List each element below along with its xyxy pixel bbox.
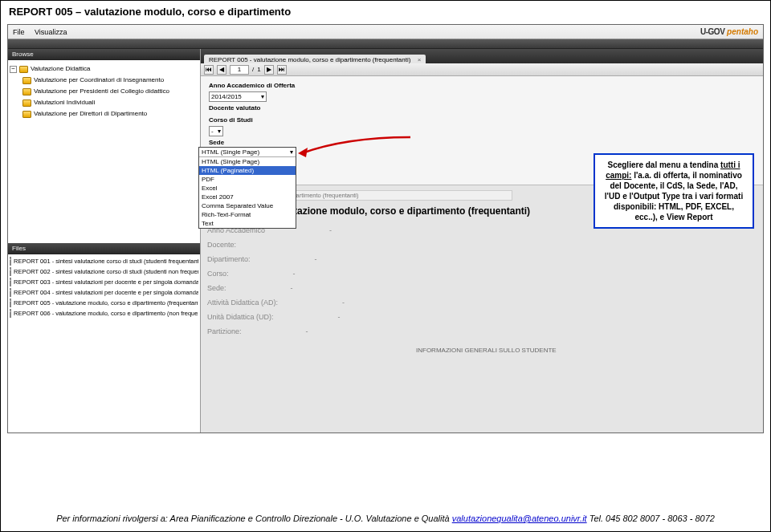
dropdown-option[interactable]: PDF bbox=[199, 175, 296, 184]
collapse-icon[interactable]: − bbox=[10, 66, 17, 73]
footer-note: Per informazioni rivolgersi a: Area Pian… bbox=[1, 514, 770, 523]
folder-icon bbox=[19, 66, 28, 73]
file-label: REPORT 006 - valutazione modulo, corso e… bbox=[14, 308, 198, 319]
file-label: REPORT 005 - valutazione modulo, corso e… bbox=[14, 298, 198, 308]
files-panel: Files REPORT 001 - sintesi valutazione c… bbox=[8, 243, 200, 433]
file-icon bbox=[10, 278, 11, 286]
chevron-down-icon: ▾ bbox=[261, 91, 264, 103]
file-icon bbox=[10, 298, 11, 307]
menu-file[interactable]: File bbox=[13, 28, 25, 36]
page-total: 1 bbox=[257, 66, 260, 73]
file-item[interactable]: REPORT 006 - valutazione modulo, corso e… bbox=[10, 308, 198, 319]
last-page-button[interactable]: ⏭ bbox=[277, 65, 287, 75]
file-item[interactable]: REPORT 001 - sintesi valutazione corso d… bbox=[10, 256, 198, 266]
footer-email-link[interactable]: valutazionequalita@ateneo.univr.it bbox=[452, 514, 587, 523]
param-anno-label: Anno Accademico di Offerta bbox=[209, 80, 755, 91]
folder-icon bbox=[22, 88, 31, 95]
param-docente-label: Docente valutato bbox=[209, 103, 755, 114]
browse-tree: − Valutazione Didattica Valutazione per … bbox=[8, 60, 200, 123]
file-label: REPORT 002 - sintesi valutazione corso d… bbox=[14, 266, 198, 277]
file-icon bbox=[10, 288, 11, 297]
report-toolbar: ⏮ ◀ / 1 ▶ ⏭ bbox=[201, 63, 763, 76]
files-list: REPORT 001 - sintesi valutazione corso d… bbox=[8, 254, 200, 320]
folder-icon bbox=[22, 99, 31, 107]
file-label: REPORT 004 - sintesi valutazioni per doc… bbox=[14, 287, 198, 298]
dropdown-option[interactable]: Rich-Text-Format bbox=[199, 210, 296, 219]
dropdown-option[interactable]: Text bbox=[199, 219, 296, 228]
prev-page-button[interactable]: ◀ bbox=[217, 65, 226, 75]
file-label: REPORT 001 - sintesi valutazione corso d… bbox=[14, 256, 198, 266]
page-title: REPORT 005 – valutazione modulo, corso e… bbox=[1, 1, 770, 21]
file-icon bbox=[10, 267, 11, 276]
file-item[interactable]: REPORT 003 - sintesi valutazioni per doc… bbox=[10, 277, 198, 287]
page-input[interactable] bbox=[230, 65, 249, 75]
tree-item[interactable]: Valutazione per Direttori di Dipartiment… bbox=[10, 108, 198, 120]
tree-item[interactable]: Valutazioni Individuali bbox=[10, 97, 198, 108]
file-icon bbox=[10, 257, 11, 266]
file-item[interactable]: REPORT 005 - valutazione modulo, corso e… bbox=[10, 298, 198, 308]
file-label: REPORT 003 - sintesi valutazioni per doc… bbox=[14, 277, 198, 287]
chevron-down-icon: ▾ bbox=[218, 126, 221, 137]
logo-ugov: U-GOV bbox=[700, 27, 724, 36]
first-page-button[interactable]: ⏮ bbox=[204, 65, 214, 75]
tree-item[interactable]: Valutazione per Presidenti dei Collegio … bbox=[10, 86, 198, 97]
tree-item-label: Valutazioni Individuali bbox=[34, 97, 95, 108]
report-row: Partizione:- bbox=[207, 324, 757, 339]
dropdown-selected[interactable]: HTML (Single Page) ▾ bbox=[199, 148, 296, 157]
dropdown-option[interactable]: Comma Separated Value bbox=[199, 201, 296, 210]
tree-root[interactable]: − Valutazione Didattica bbox=[10, 63, 198, 75]
tab-label: REPORT 005 - valutazione modulo, corso e… bbox=[209, 56, 410, 63]
tree-root-label: Valutazione Didattica bbox=[31, 63, 91, 75]
app-toolbar bbox=[8, 39, 763, 49]
tab-bar: REPORT 005 - valutazione modulo, corso e… bbox=[201, 49, 763, 63]
dropdown-selected-label: HTML (Single Page) bbox=[202, 148, 259, 156]
output-type-dropdown[interactable]: HTML (Single Page) ▾ HTML (Single Page) … bbox=[198, 147, 296, 229]
file-item[interactable]: REPORT 002 - sintesi valutazione corso d… bbox=[10, 266, 198, 277]
dropdown-option[interactable]: Excel 2007 bbox=[199, 193, 296, 201]
file-item[interactable]: REPORT 004 - sintesi valutazioni per doc… bbox=[10, 287, 198, 298]
report-row: Sede:- bbox=[207, 281, 757, 295]
annotation-callout: Scegliere dal menu a tendina tutti i cam… bbox=[594, 153, 754, 229]
dropdown-option[interactable]: HTML (Paginated) bbox=[199, 166, 296, 175]
main-area: Browse − Valutazione Didattica Valutazio… bbox=[8, 49, 763, 433]
report-row: Dipartimento:- bbox=[207, 252, 757, 266]
menubar: File Visualizza U-GOV pentaho bbox=[8, 25, 763, 39]
page-sep: / bbox=[252, 66, 254, 73]
report-row: Attività Didattica (AD):- bbox=[207, 295, 757, 310]
report-row: Corso:- bbox=[207, 266, 757, 281]
report-details: Anno Accademico- Docente: Dipartimento:-… bbox=[207, 223, 757, 339]
tree-item-label: Valutazione per Coordinatori di Insegnam… bbox=[34, 75, 164, 86]
left-panel: Browse − Valutazione Didattica Valutazio… bbox=[8, 49, 201, 433]
tree-item-label: Valutazione per Presidenti dei Collegio … bbox=[34, 86, 169, 97]
right-panel: REPORT 005 - valutazione modulo, corso e… bbox=[201, 49, 763, 433]
dropdown-option[interactable]: HTML (Single Page) bbox=[199, 157, 296, 166]
param-anno-select[interactable]: 2014/2015▾ bbox=[209, 91, 267, 102]
tree-item[interactable]: Valutazione per Coordinatori di Insegnam… bbox=[10, 75, 198, 86]
logo-pentaho: pentaho bbox=[727, 27, 758, 36]
files-header: Files bbox=[8, 243, 200, 254]
logo: U-GOV pentaho bbox=[700, 27, 758, 36]
annotation-arrow bbox=[298, 133, 410, 165]
file-icon bbox=[10, 309, 11, 318]
param-corso-label: Corso di Studi bbox=[209, 115, 755, 126]
dropdown-option[interactable]: Excel bbox=[199, 184, 296, 193]
app-window: File Visualizza U-GOV pentaho Browse − V… bbox=[7, 24, 764, 433]
folder-icon bbox=[22, 77, 31, 84]
info-header: INFORMAZIONI GENERALI SULLO STUDENTE bbox=[416, 347, 757, 354]
chevron-down-icon: ▾ bbox=[290, 148, 293, 156]
next-page-button[interactable]: ▶ bbox=[264, 65, 274, 75]
report-row: Docente: bbox=[207, 238, 757, 252]
svg-marker-0 bbox=[298, 148, 308, 157]
report-row: Unità Didattica (UD):- bbox=[207, 310, 757, 324]
menu-visualizza[interactable]: Visualizza bbox=[35, 28, 67, 36]
param-corso-select[interactable]: -▾ bbox=[209, 126, 223, 136]
tree-item-label: Valutazione per Direttori di Dipartiment… bbox=[34, 108, 147, 120]
folder-icon bbox=[22, 111, 31, 118]
close-icon[interactable]: × bbox=[418, 56, 422, 63]
browse-header: Browse bbox=[8, 49, 200, 60]
